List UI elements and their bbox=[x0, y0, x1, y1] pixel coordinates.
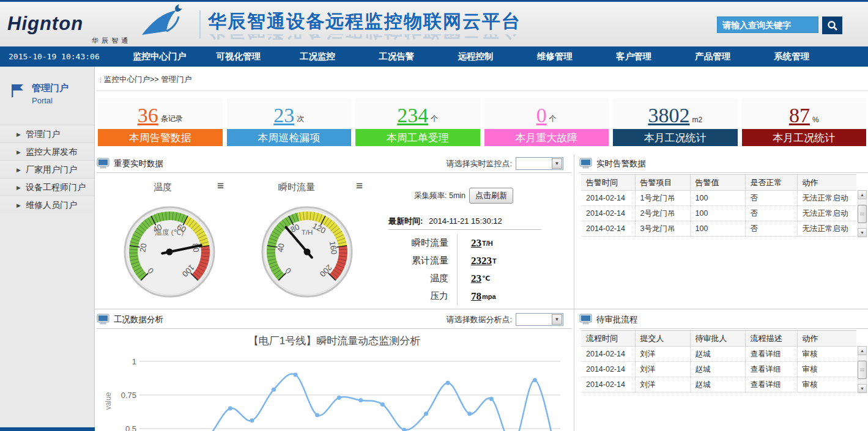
arrow-right-icon: ▶ bbox=[17, 185, 21, 191]
scroll-up-icon[interactable]: ▲ bbox=[858, 190, 867, 199]
select-label: 请选择数据分析点: bbox=[446, 314, 512, 325]
stat-label: 本月工况统计 bbox=[613, 129, 738, 146]
temperature-gauge: 020406080100温度 (℃) bbox=[124, 206, 215, 298]
table-row: 2014-02-142号龙门吊100否无法正常启动 bbox=[581, 206, 856, 221]
stat-card-monthly-failures[interactable]: 0个 本月重大故障 bbox=[484, 98, 609, 146]
stat-value: 23 bbox=[273, 105, 294, 127]
portal-title: 管理门户 bbox=[32, 83, 69, 94]
hamburger-menu-icon[interactable]: ≡ bbox=[217, 181, 224, 191]
column-header: 提交人 bbox=[635, 331, 690, 347]
flow-gauge: 04080120160200T/H bbox=[261, 206, 353, 298]
deer-logo-icon bbox=[141, 4, 186, 36]
table-header-row: 告警时间 告警项目 告警值 是否正常 动作 bbox=[581, 175, 856, 191]
scrollbar-thumb[interactable] bbox=[858, 361, 867, 379]
breadcrumb-icon: ⁞ bbox=[100, 76, 100, 84]
stat-card-monthly-condition-pct[interactable]: 87% 本月工况统计 bbox=[742, 98, 867, 146]
nav-item-system-mgmt[interactable]: 系统管理 bbox=[752, 51, 831, 62]
realtime-panel-header: 重要实时数据 请选择实时监控点: ▼ bbox=[97, 155, 572, 173]
latest-time-value: 2014-11-21 15:30:12 bbox=[429, 216, 502, 226]
alarm-table: 告警时间 告警项目 告警值 是否正常 动作 2014-02-141号龙门吊100… bbox=[581, 174, 856, 237]
nav-item-visual-mgmt[interactable]: 可视化管理 bbox=[199, 51, 278, 62]
readout-row: 压力 78mpa bbox=[388, 287, 541, 305]
divider bbox=[388, 229, 541, 230]
refresh-button[interactable]: 点击刷新 bbox=[469, 188, 513, 204]
panel-title: 实时告警数据 bbox=[596, 158, 646, 169]
table-row: 2014-02-14刘洋赵城查看详细审核 bbox=[581, 347, 856, 362]
stat-label: 本周告警数据 bbox=[98, 129, 223, 146]
scrollbar-thumb[interactable] bbox=[858, 205, 867, 223]
svg-text:温度 (℃): 温度 (℃) bbox=[155, 229, 184, 236]
main-content: ⁞ 监控中心门户>> 管理门户 36条记录 本周告警数据 23次 本周巡检漏项 … bbox=[95, 67, 868, 431]
readout-row: 温度 23℃ bbox=[388, 270, 541, 287]
stat-card-weekly-inspection[interactable]: 23次 本周巡检漏项 bbox=[227, 98, 352, 146]
svg-text:T/H: T/H bbox=[302, 229, 313, 236]
main-nav: 2015-10-19 10:43:06 监控中心门户 可视化管理 工况监控 工况… bbox=[0, 46, 868, 67]
stat-card-weekly-workorders[interactable]: 234个 本周工单受理 bbox=[355, 98, 480, 146]
sidebar-item-repairer-portal[interactable]: ▶维修人员门户 bbox=[0, 196, 94, 213]
nav-item-remote-control[interactable]: 远程控制 bbox=[436, 51, 515, 62]
y-axis-label: value bbox=[104, 392, 113, 410]
alarm-panel-header: 实时告警数据 bbox=[579, 155, 868, 173]
stat-value: 36 bbox=[138, 105, 158, 127]
nav-item-condition-alarm[interactable]: 工况告警 bbox=[357, 51, 436, 62]
nav-item-repair-mgmt[interactable]: 维修管理 bbox=[515, 51, 594, 62]
analysis-panel-header: 工况数据分析 请选择数据分析点: ▼ bbox=[97, 311, 572, 329]
page-title-reflection: 华辰智通设备远程监控物联网云平台 bbox=[208, 34, 521, 43]
stat-value: 234 bbox=[397, 105, 428, 127]
hamburger-menu-icon[interactable]: ≡ bbox=[356, 181, 363, 191]
chevron-down-icon: ▼ bbox=[552, 314, 562, 325]
stat-unit: 个 bbox=[431, 114, 438, 124]
stat-label: 本周巡检漏项 bbox=[227, 129, 352, 146]
page-title: 华辰智通设备远程监控物联网云平台 bbox=[208, 9, 521, 34]
search-button[interactable] bbox=[822, 17, 842, 34]
stat-card-weekly-alarms[interactable]: 36条记录 本周告警数据 bbox=[98, 98, 223, 146]
approval-table: 流程时间 提交人 待审批人 流程描述 动作 2014-02-14刘洋赵城查看详细… bbox=[581, 330, 856, 392]
latest-time-label: 最新时间: bbox=[388, 216, 423, 226]
nav-item-monitor-center[interactable]: 监控中心门户 bbox=[120, 51, 199, 62]
column-header: 告警项目 bbox=[635, 175, 690, 191]
app-header: Hignton 华辰智通 华辰智通设备远程监控物联网云平台 华辰智通设备远程监控… bbox=[0, 2, 868, 46]
analysis-point-select[interactable]: ▼ bbox=[516, 313, 563, 326]
nav-item-customer-mgmt[interactable]: 客户管理 bbox=[594, 51, 673, 62]
arrow-right-icon: ▶ bbox=[17, 149, 21, 155]
column-header: 待审批人 bbox=[690, 331, 745, 347]
stat-label: 本周工单受理 bbox=[355, 129, 480, 146]
stat-card-monthly-condition-area[interactable]: 3802m2 本月工况统计 bbox=[613, 98, 738, 146]
stat-value: 0 bbox=[536, 105, 547, 127]
divider bbox=[95, 309, 868, 309]
sidebar-item-engineer-portal[interactable]: ▶设备工程师门户 bbox=[0, 178, 94, 196]
flow-line-chart bbox=[139, 350, 560, 431]
chart-title: 【电厂1号线】瞬时流量动态监测分析 bbox=[95, 334, 574, 348]
scroll-down-icon[interactable]: ▼ bbox=[858, 228, 867, 237]
scroll-up-icon[interactable]: ▲ bbox=[858, 346, 867, 355]
sidebar: 管理门户 Portal ▶管理门户 ▶监控大屏发布 ▶厂家用户门户 ▶设备工程师… bbox=[0, 67, 95, 431]
stat-label: 本月重大故障 bbox=[484, 129, 609, 146]
arrow-right-icon: ▶ bbox=[17, 167, 21, 173]
stat-value: 87 bbox=[789, 105, 810, 127]
alarm-table-scrollbar: ▲ ▼ bbox=[858, 190, 867, 237]
sidebar-item-factory-portal[interactable]: ▶厂家用户门户 bbox=[0, 160, 94, 178]
monitor-icon bbox=[579, 158, 592, 169]
sample-freq-label: 采集频率: 5min bbox=[414, 191, 466, 201]
table-row: 2014-02-14刘洋赵城查看详细审核 bbox=[581, 362, 856, 377]
search-input[interactable] bbox=[717, 17, 818, 33]
arrow-right-icon: ▶ bbox=[17, 202, 21, 208]
search-icon bbox=[827, 20, 838, 31]
nav-item-condition-monitor[interactable]: 工况监控 bbox=[278, 51, 357, 62]
table-row: 2014-02-143号龙门吊100否无法正常启动 bbox=[581, 221, 856, 237]
approval-table-scrollbar: ▲ ▼ bbox=[858, 346, 867, 393]
column-header: 流程描述 bbox=[745, 331, 797, 347]
monitor-icon bbox=[97, 314, 109, 325]
sidebar-item-admin-portal[interactable]: ▶管理门户 bbox=[0, 125, 94, 142]
stat-cards: 36条记录 本周告警数据 23次 本周巡检漏项 234个 本周工单受理 0个 本… bbox=[98, 98, 866, 146]
scroll-down-icon[interactable]: ▼ bbox=[858, 384, 867, 393]
realtime-point-select[interactable]: ▼ bbox=[516, 157, 563, 170]
monitor-icon bbox=[579, 314, 592, 325]
stat-value: 3802 bbox=[648, 105, 689, 127]
logo-text: Hignton bbox=[7, 13, 83, 35]
sidebar-item-monitor-screen[interactable]: ▶监控大屏发布 bbox=[0, 142, 94, 160]
table-header-row: 流程时间 提交人 待审批人 流程描述 动作 bbox=[581, 331, 856, 347]
chevron-down-icon: ▼ bbox=[552, 158, 562, 169]
nav-item-product-mgmt[interactable]: 产品管理 bbox=[673, 51, 752, 62]
column-header: 动作 bbox=[797, 331, 856, 347]
